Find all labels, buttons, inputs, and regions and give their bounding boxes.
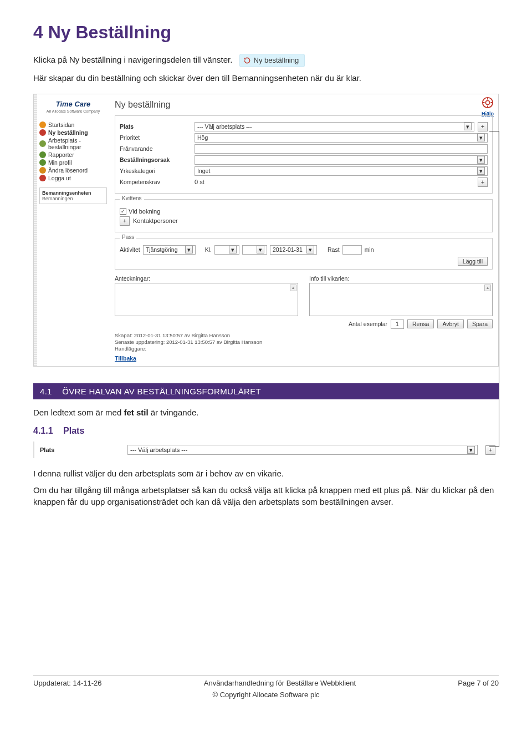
nav-icon: [39, 140, 46, 147]
date-value: 2012-01-31: [273, 246, 303, 253]
form-select[interactable]: --- Välj arbetsplats ---▾: [195, 122, 474, 131]
tillbaka-link[interactable]: Tillbaka: [115, 355, 136, 362]
logo-subtext: An Allocate Software Company: [40, 109, 106, 113]
mini-plats-value: --- Välj arbetsplats ---: [130, 447, 187, 453]
content-title: Ny beställning: [115, 100, 493, 110]
chevron-down-icon: ▾: [477, 156, 485, 164]
date-select[interactable]: 2012-01-31 ▾: [270, 245, 317, 255]
intro-paragraph-2: Här skapar du din beställning och skicka…: [33, 73, 499, 84]
kl-label: Kl.: [205, 246, 212, 253]
form-select[interactable]: Hög▾: [195, 133, 488, 143]
kontakt-plus-button[interactable]: +: [120, 216, 130, 226]
chevron-down-icon: ▾: [229, 246, 237, 253]
help-button[interactable]: Hjälp: [482, 97, 494, 116]
form-select[interactable]: Inget▾: [195, 166, 488, 176]
form-select-value: Inget: [197, 168, 210, 174]
section-4-1-title: ÖVRE HALVAN AV BESTÄLLNINGSFORMULÄRET: [62, 387, 261, 396]
form-label: Frånvarande: [120, 145, 195, 152]
avbryt-button[interactable]: Avbryt: [437, 319, 464, 328]
antal-exemplar-input[interactable]: 1: [391, 319, 404, 329]
section-4-1-num: 4.1: [40, 387, 52, 396]
chevron-down-icon: ▾: [467, 446, 475, 454]
callout-bracket: [489, 131, 499, 447]
page-heading: 4 Ny Beställning: [33, 22, 499, 43]
sidebar-item-3[interactable]: Rapporter: [39, 151, 107, 159]
sidebar-item-label: Ändra lösenord: [48, 167, 88, 174]
form-panel-top: Plats--- Välj arbetsplats ---▾+Prioritet…: [115, 115, 493, 194]
aktivitet-select[interactable]: Tjänstgöring ▾: [143, 245, 196, 255]
sidebar: Time Care An Allocate Software Company S…: [37, 94, 109, 366]
inline-button-label: Ny beställning: [254, 55, 299, 65]
sidebar-item-5[interactable]: Ändra lösenord: [39, 166, 107, 174]
meta-uppdatering: Senaste uppdatering: 2012-01-31 13:50:57…: [115, 339, 493, 346]
rast-input[interactable]: [342, 245, 362, 255]
form-static-value: 0 st: [195, 179, 474, 185]
sidebar-item-label: Rapporter: [48, 151, 74, 158]
ledtext-a: Den ledtext som är med: [33, 408, 124, 417]
form-row-1: PrioritetHög▾: [120, 133, 488, 143]
antal-exemplar-label: Antal exemplar: [349, 321, 387, 327]
plus-button[interactable]: +: [478, 122, 488, 131]
form-label: Beställningsorsak: [120, 156, 195, 163]
intro1-text: Klicka på Ny beställning i navigeringsde…: [33, 55, 232, 64]
pass-panel: Pass Aktivitet Tjänstgöring ▾ Kl. ▾ ▾ 20…: [115, 238, 493, 270]
form-label: Plats: [120, 123, 195, 130]
sidebar-item-1[interactable]: Ny beställning: [39, 129, 107, 136]
mini-plats-select[interactable]: --- Välj arbetsplats --- ▾: [127, 445, 478, 455]
sidebar-org-header: Bemanningsenheten: [42, 190, 104, 196]
sidebar-org-box: Bemanningsenheten Bemanningen: [39, 187, 107, 204]
aktivitet-label: Aktivitet: [120, 246, 140, 253]
lagg-till-button[interactable]: Lägg till: [458, 257, 488, 266]
content-area: Hjälp Ny beställning Plats--- Välj arbet…: [109, 94, 498, 366]
logo: Time Care An Allocate Software Company: [39, 98, 107, 118]
mini-plats-label: Plats: [40, 447, 123, 453]
info-vikarien-textarea[interactable]: ▴: [309, 283, 493, 316]
form-text-input[interactable]: [195, 144, 488, 154]
plus-button[interactable]: +: [478, 177, 488, 187]
sidebar-item-2[interactable]: Arbetsplats - beställningar: [39, 136, 107, 151]
ledtext-paragraph: Den ledtext som är med fet stil är tving…: [33, 407, 499, 418]
intro-paragraph-1: Klicka på Ny beställning i navigeringsde…: [33, 54, 499, 67]
sidebar-item-4[interactable]: Min profil: [39, 159, 107, 166]
time-from-select[interactable]: ▾: [214, 245, 239, 255]
form-label: Yrkeskategori: [120, 168, 195, 174]
chevron-down-icon: ▾: [464, 123, 472, 130]
chevron-down-icon: ▾: [185, 246, 193, 253]
section-4-1-1-heading: 4.1.1 Plats: [33, 426, 499, 436]
refresh-icon: [243, 57, 251, 64]
section-4-1-bar: 4.1 ÖVRE HALVAN AV BESTÄLLNINGSFORMULÄRE…: [33, 383, 499, 399]
sidebar-item-6[interactable]: Logga ut: [39, 174, 107, 182]
form-label: Prioritet: [120, 134, 195, 141]
form-row-3: Beställningsorsak▾: [120, 155, 488, 165]
anteckningar-textarea[interactable]: ▴: [115, 283, 298, 316]
kvittens-panel: Kvittens ✓ Vid bokning + Kontaktpersoner: [115, 199, 493, 232]
sidebar-org-sub: Bemanningen: [42, 196, 104, 201]
form-row-5: Kompetenskrav0 st+: [120, 177, 488, 187]
app-screenshot: Time Care An Allocate Software Company S…: [33, 94, 499, 367]
svg-point-1: [485, 100, 489, 104]
time-to-select[interactable]: ▾: [242, 245, 267, 255]
sidebar-item-label: Ny beställning: [48, 129, 88, 136]
form-row-4: YrkeskategoriInget▾: [120, 166, 488, 176]
section-4-1-1-num: 4.1.1: [33, 426, 53, 435]
plats-mini-screenshot: Plats --- Välj arbetsplats --- ▾ +: [33, 442, 499, 458]
footer-page-number: Page 7 of 20: [458, 679, 499, 687]
sidebar-item-0[interactable]: Startsidan: [39, 121, 107, 129]
meta-handlaggare: Handläggare:: [115, 346, 493, 352]
vid-bokning-label: Vid bokning: [129, 208, 160, 215]
rensa-button[interactable]: Rensa: [407, 319, 434, 328]
ny-bestallning-inline-button[interactable]: Ny beställning: [239, 54, 305, 67]
nav-icon: [39, 129, 46, 136]
vid-bokning-checkbox[interactable]: ✓: [120, 208, 126, 215]
page-footer: Uppdaterat: 14-11-26 Användarhandledning…: [33, 675, 499, 699]
form-select-value: --- Välj arbetsplats ---: [197, 123, 252, 130]
nav-icon: [39, 175, 46, 181]
form-select[interactable]: ▾: [195, 155, 488, 165]
pass-legend: Pass: [120, 234, 136, 240]
min-label: min: [365, 246, 374, 253]
notes-row: Anteckningar: ▴ Info till vikarien: ▴: [115, 275, 493, 316]
sidebar-item-label: Startsidan: [48, 121, 74, 128]
footer-doc-title: Användarhandledning för Beställare Webbk…: [204, 679, 356, 687]
meta-skapat: Skapat: 2012-01-31 13:50:57 av Birgitta …: [115, 332, 493, 339]
sidebar-item-label: Arbetsplats - beställningar: [48, 137, 107, 150]
